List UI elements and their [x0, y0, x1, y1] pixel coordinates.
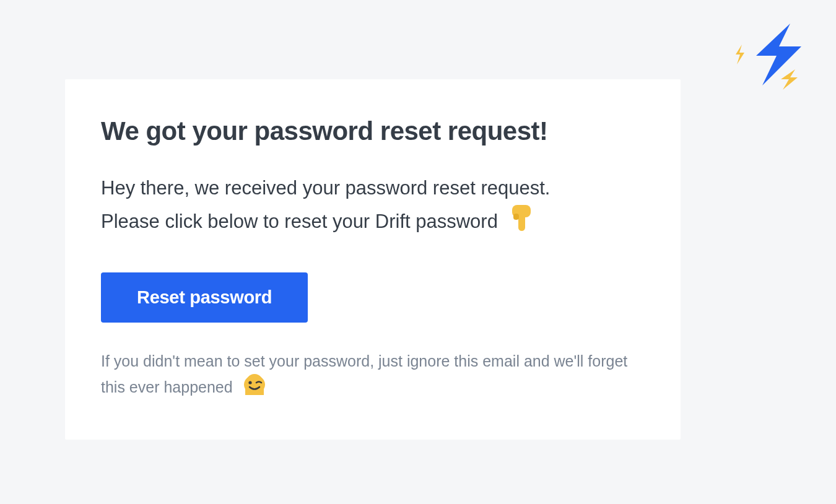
svg-point-4: [244, 375, 265, 394]
email-body-line1: Hey there, we received your password res…: [101, 177, 550, 199]
email-heading: We got your password reset request!: [101, 116, 645, 146]
small-lightning-bolt-icon: [736, 45, 744, 64]
email-body: Hey there, we received your password res…: [101, 173, 645, 241]
email-footer: If you didn't mean to set your password,…: [101, 349, 645, 403]
reset-password-button[interactable]: Reset password: [101, 272, 308, 323]
email-footer-text: If you didn't mean to set your password,…: [101, 352, 627, 396]
svg-rect-2: [513, 214, 519, 220]
email-body-line2: Please click below to reset your Drift p…: [101, 211, 498, 232]
small-lightning-bolt-icon: [781, 69, 798, 90]
point-down-icon: [510, 204, 533, 241]
svg-point-5: [248, 381, 251, 385]
large-lightning-bolt-icon: [756, 24, 801, 85]
svg-rect-1: [518, 214, 525, 231]
email-card: We got your password reset request! Hey …: [65, 79, 681, 440]
wink-face-icon: [242, 374, 267, 402]
lightning-bolt-decoration: [722, 19, 815, 95]
